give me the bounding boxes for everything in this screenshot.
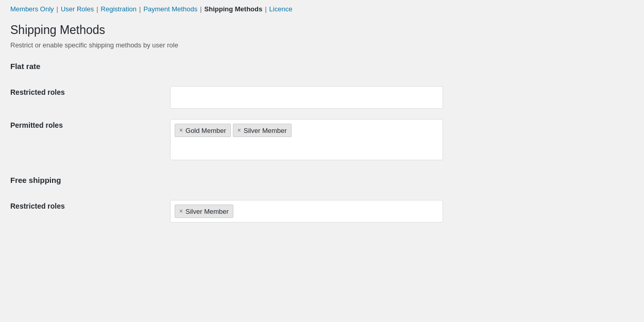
free-shipping-restricted-roles-label: Restricted roles: [10, 202, 65, 210]
permitted-roles-row: Permitted roles × Gold Member × Silver M…: [10, 114, 634, 165]
free-shipping-heading: Free shipping: [10, 176, 634, 184]
nav-bar: Members Only | User Roles | Registration…: [0, 0, 644, 13]
nav-sep-1: |: [57, 5, 58, 13]
nav-licence[interactable]: Licence: [269, 5, 293, 13]
nav-user-roles[interactable]: User Roles: [61, 5, 94, 13]
restricted-roles-label: Restricted roles: [10, 88, 65, 96]
nav-sep-2: |: [96, 5, 98, 13]
nav-registration[interactable]: Registration: [101, 5, 137, 13]
tag-remove-gold-member[interactable]: ×: [179, 127, 183, 134]
tag-remove-free-shipping-silver-member[interactable]: ×: [179, 208, 183, 215]
flat-rate-permitted-roles-input[interactable]: × Gold Member × Silver Member: [170, 119, 443, 160]
nav-payment-methods[interactable]: Payment Methods: [143, 5, 197, 13]
tag-label-free-shipping-silver-member: Silver Member: [185, 208, 229, 215]
restricted-roles-row: Restricted roles: [10, 81, 634, 114]
tag-label-gold-member: Gold Member: [185, 127, 226, 134]
nav-sep-5: |: [265, 5, 266, 13]
main-content: Shipping Methods Restrict or enable spec…: [0, 13, 644, 248]
flat-rate-restricted-roles-input[interactable]: [170, 86, 443, 109]
page-container: Members Only | User Roles | Registration…: [0, 0, 644, 248]
free-shipping-table: Restricted roles × Silver Member: [10, 195, 634, 228]
tag-label-silver-member: Silver Member: [244, 127, 287, 134]
page-title: Shipping Methods: [10, 23, 634, 37]
nav-shipping-methods: Shipping Methods: [205, 5, 263, 13]
nav-members-only[interactable]: Members Only: [10, 5, 54, 13]
tag-gold-member: × Gold Member: [175, 124, 231, 137]
free-shipping-restricted-roles-input[interactable]: × Silver Member: [170, 200, 443, 223]
tag-free-shipping-silver-member: × Silver Member: [175, 205, 233, 218]
page-description: Restrict or enable specific shipping met…: [10, 41, 634, 49]
tag-silver-member: × Silver Member: [233, 124, 292, 137]
flat-rate-table: Restricted roles Permitted roles × Gold …: [10, 81, 634, 165]
flat-rate-heading: Flat rate: [10, 62, 634, 71]
nav-sep-4: |: [200, 5, 201, 13]
nav-sep-3: |: [139, 5, 141, 13]
tag-remove-silver-member[interactable]: ×: [238, 127, 241, 134]
free-shipping-restricted-roles-row: Restricted roles × Silver Member: [10, 195, 634, 228]
free-shipping-section: Free shipping Restricted roles × Silver …: [10, 176, 634, 228]
permitted-roles-label: Permitted roles: [10, 121, 63, 129]
